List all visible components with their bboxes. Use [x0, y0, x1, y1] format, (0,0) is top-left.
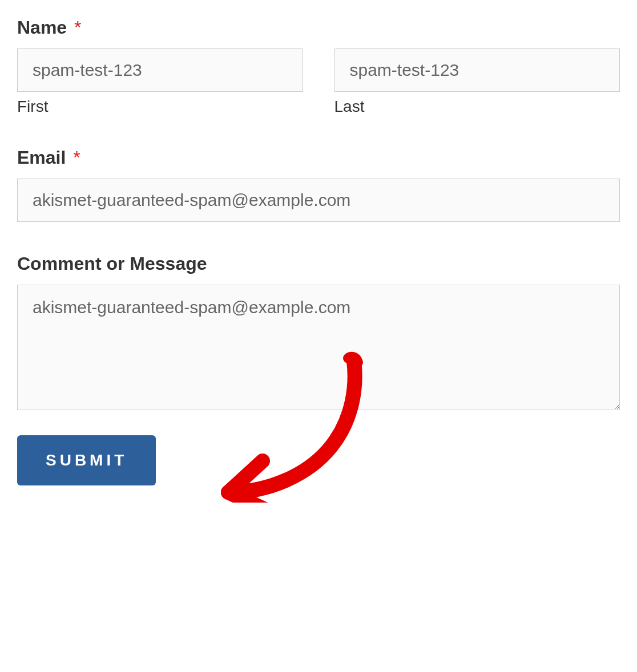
comment-label: Comment or Message	[17, 253, 620, 274]
email-label-text: Email	[17, 147, 66, 168]
email-field-group: Email *	[17, 147, 620, 222]
last-name-field: Last	[334, 48, 620, 116]
last-name-input[interactable]	[334, 48, 620, 92]
first-name-sublabel: First	[17, 98, 303, 116]
first-name-input[interactable]	[17, 48, 303, 92]
submit-row: SUBMIT	[17, 435, 620, 485]
contact-form: Name * First Last Email * Comment or Mes…	[17, 17, 620, 485]
comment-label-text: Comment or Message	[17, 253, 207, 274]
email-label: Email *	[17, 147, 620, 168]
required-asterisk: *	[74, 17, 81, 38]
comment-field-group: Comment or Message	[17, 253, 620, 412]
name-inputs-row: First Last	[17, 48, 620, 116]
name-label: Name *	[17, 17, 620, 38]
comment-textarea[interactable]	[17, 285, 620, 410]
last-name-sublabel: Last	[334, 98, 620, 116]
submit-button[interactable]: SUBMIT	[17, 435, 156, 485]
first-name-field: First	[17, 48, 303, 116]
required-asterisk: *	[73, 147, 80, 168]
email-input[interactable]	[17, 179, 620, 222]
name-field-group: Name * First Last	[17, 17, 620, 116]
name-label-text: Name	[17, 17, 67, 38]
